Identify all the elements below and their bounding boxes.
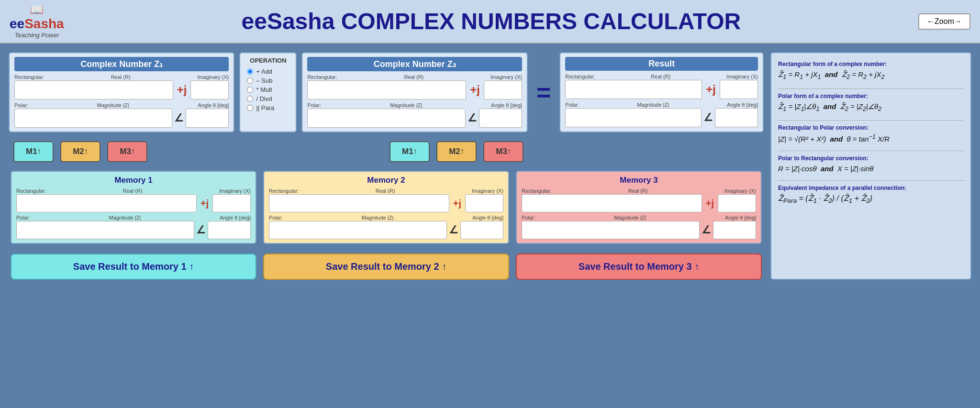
top-row: Complex Number Z₁ Rectangular: Real (R) … [9, 52, 764, 132]
z2-mag-input[interactable]: 0 [307, 109, 465, 128]
header: 📖 eeSasha Teaching Power eeSasha COMPLEX… [0, 0, 980, 44]
m3-real-input[interactable]: 3 [522, 194, 702, 212]
m1-polar-labels: Polar: Magnitude |Z| Angle θ [deg] [16, 215, 251, 221]
save-memory1-button[interactable]: Save Result to Memory 1 ↑ [11, 254, 256, 280]
save-memory3-button[interactable]: Save Result to Memory 3 ↑ [516, 254, 762, 280]
result-rect-label: Rectangular: [565, 74, 595, 79]
m2-rect-labels: Rectangular: Real (R) Imaginary (X) [269, 188, 503, 194]
m1-real-input[interactable]: 1 [16, 194, 197, 212]
z1-m3-button[interactable]: M3↑ [107, 141, 147, 162]
m3-rect-labels: Rectangular: Real (R) Imaginary (X) [522, 188, 756, 194]
z1-m2-button[interactable]: M2↑ [60, 141, 100, 162]
z2-m2-button[interactable]: M2↑ [436, 141, 477, 162]
formula-p2r-section: Polar to Rectangular conversion: R = |Z|… [778, 155, 964, 174]
z2-title: Complex Number Z₂ [307, 57, 522, 71]
calculator-section: Complex Number Z₁ Rectangular: Real (R) … [9, 52, 764, 280]
m2-mag-input[interactable]: 2.828427125 [269, 221, 447, 239]
m3-polar-label: Polar: [522, 215, 535, 221]
m2-rect-fields: 2 +j 2 [269, 194, 503, 212]
z2-polar-label: Polar: [307, 102, 321, 108]
z2-angle-input[interactable]: 0 [479, 109, 522, 128]
m1-plusj: +j [199, 198, 211, 209]
z1-rect-fields: 0 +j 0 [14, 80, 229, 99]
m3-angle-input[interactable]: 45 [713, 221, 756, 239]
result-mag-input[interactable]: 0 [565, 108, 702, 127]
m1-rect-fields: 1 +j 1 [16, 194, 251, 212]
m2-real-input[interactable]: 2 [269, 194, 449, 212]
z2-polar-fields: 0 ∠ 0 [307, 109, 522, 128]
op-add[interactable]: + Add [247, 68, 289, 75]
m2-imag-input[interactable]: 2 [465, 194, 503, 212]
z1-mag-input[interactable]: 0 [14, 109, 172, 128]
z2-real-input[interactable]: 0 [307, 80, 466, 99]
m3-imag-input[interactable]: 3 [718, 194, 756, 212]
op-para[interactable]: || Para [247, 104, 289, 111]
result-angle-label: Angle θ [deg] [727, 102, 758, 108]
m2-angle-input[interactable]: 45 [460, 221, 503, 239]
result-real-label: Real (R) [651, 74, 670, 79]
z1-imag-input[interactable]: 0 [190, 80, 229, 99]
memory1-title: Memory 1 [16, 176, 251, 185]
memory-btn-row: M1↑ M2↑ M3↑ M1↑ M2↑ M3↑ [9, 138, 764, 165]
m2-mag-label: Magnitude |Z| [362, 215, 394, 221]
z1-plusj: +j [175, 83, 189, 97]
result-mag-label: Magnitude |Z| [637, 102, 669, 108]
z1-imag-label: Imaginary (X) [197, 74, 229, 80]
formula-rect-heading: Rectangular form of a complex number: [778, 61, 964, 67]
m2-angle-label: Angle θ [deg] [472, 215, 503, 221]
formula-p2r-text: R = |Z|·cosθ and X = |Z|·sinθ [778, 164, 964, 174]
z2-m3-button[interactable]: M3↑ [483, 141, 523, 162]
m3-polar-fields: 4.242640687 ∠ 45 [522, 221, 756, 239]
z2-rect-fields: 0 +j 0 [307, 80, 522, 99]
op-sub[interactable]: – Sub [247, 77, 289, 84]
m3-rect-label: Rectangular: [522, 188, 551, 194]
formula-panel: Rectangular form of a complex number: Z̄… [770, 52, 971, 280]
save-memory2-button[interactable]: Save Result to Memory 2 ↑ [263, 254, 509, 280]
m2-polar-labels: Polar: Magnitude |Z| Angle θ [deg] [269, 215, 503, 221]
zoom-button[interactable]: ←Zoom→ [918, 13, 970, 30]
z1-real-input[interactable]: 0 [14, 80, 173, 99]
z2-box: Complex Number Z₂ Rectangular: Real (R) … [301, 52, 527, 132]
m1-imag-input[interactable]: 1 [212, 194, 251, 212]
m2-imag-label: Imaginary (X) [472, 188, 503, 194]
m1-angle-input[interactable]: 45 [208, 221, 251, 239]
memory3-box: Memory 3 Rectangular: Real (R) Imaginary… [516, 171, 762, 244]
formula-r2p-heading: Rectangular to Polar conversion: [778, 124, 964, 131]
m1-rect-label: Rectangular: [16, 188, 46, 194]
m2-plusj: +j [451, 198, 463, 209]
m3-angle-symbol: ∠ [702, 224, 711, 236]
z1-m1-button[interactable]: M1↑ [13, 141, 54, 162]
m1-angle-symbol: ∠ [196, 224, 206, 236]
result-polar-label: Polar: [565, 102, 579, 108]
m1-mag-input[interactable]: 1.414213562 [16, 221, 194, 239]
m2-polar-label: Polar: [269, 215, 283, 221]
formula-polar-section: Polar form of a complex number: Z̄1 = |Z… [778, 93, 964, 114]
z2-plusj: +j [468, 83, 482, 97]
m3-polar-labels: Polar: Magnitude |Z| Angle θ [deg] [522, 215, 756, 221]
z2-m1-button[interactable]: M1↑ [390, 141, 430, 162]
m1-polar-fields: 1.414213562 ∠ 45 [16, 221, 251, 239]
m1-real-label: Real (R) [123, 188, 143, 194]
z2-imag-input[interactable]: 0 [484, 80, 522, 99]
z2-rect-labels: Rectangular: Real (R) Imaginary (X) [307, 74, 522, 80]
z2-real-label: Real (R) [404, 74, 423, 80]
formula-para-text: Z̄Para = (Z̄1 · Z̄2) / (Z̄1 + Z̄2) [778, 193, 964, 206]
result-angle-input[interactable]: 0 [715, 108, 758, 127]
m1-rect-labels: Rectangular: Real (R) Imaginary (X) [16, 188, 251, 194]
result-imag-input[interactable]: 0 [720, 80, 758, 99]
result-real-input[interactable]: 0 [565, 80, 702, 99]
formula-para-section: Equivalent impedance of a parallel conne… [778, 185, 964, 206]
result-polar-fields: 0 ∠ 0 [565, 108, 758, 127]
m2-real-label: Real (R) [376, 188, 395, 194]
m1-polar-label: Polar: [16, 215, 30, 221]
z2-rect-label: Rectangular: [307, 74, 337, 80]
memory-row: Memory 1 Rectangular: Real (R) Imaginary… [9, 171, 764, 244]
logo-text: eeSasha [10, 16, 64, 32]
op-divd[interactable]: / Divd [247, 95, 289, 102]
result-polar-labels: Polar: Magnitude |Z| Angle θ [deg] [565, 102, 758, 108]
formula-r2p-section: Rectangular to Polar conversion: |Z| = √… [778, 124, 964, 144]
z1-polar-labels: Polar: Magnitude |Z| Angle θ [deg] [14, 102, 229, 108]
op-mult[interactable]: * Mult [247, 86, 289, 93]
z1-angle-input[interactable]: 0 [186, 109, 229, 128]
m3-mag-input[interactable]: 4.242640687 [522, 221, 700, 239]
